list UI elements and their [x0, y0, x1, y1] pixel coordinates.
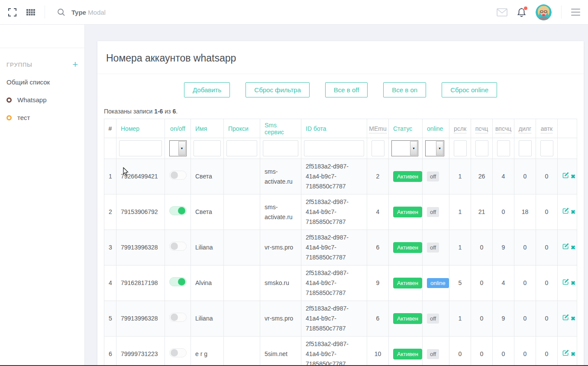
onoff-toggle[interactable]	[169, 171, 187, 180]
onoff-toggle[interactable]	[169, 206, 187, 215]
vpschc-value: 4	[493, 159, 514, 194]
table-row: 5 79913996328 Liliana vr-sms.pro 2f5183a…	[104, 301, 577, 337]
name-filter-input[interactable]	[194, 140, 221, 156]
bot-id: 2f5183a2-d987-41a4-b9c7-7185850c7787	[301, 266, 367, 301]
memu-value: 4	[367, 194, 389, 230]
proxy-value	[224, 301, 260, 337]
all-off-button[interactable]: Все в off	[325, 82, 368, 97]
memu-filter-input[interactable]	[372, 140, 384, 156]
delete-icon[interactable]: ✖	[571, 351, 575, 357]
bot-id: 2f5183a2-d987-41a4-b9c7-7185850c7787	[301, 159, 367, 194]
col-header-actions	[558, 119, 577, 138]
onoff-filter-select[interactable]: ▼	[169, 140, 187, 156]
onoff-toggle[interactable]	[169, 277, 187, 286]
pschc-filter-input[interactable]	[475, 140, 488, 156]
search-placeholder: Type Modal	[71, 9, 106, 16]
add-group-button[interactable]: +	[72, 61, 78, 68]
account-number: 79999731223	[116, 337, 165, 366]
edit-icon[interactable]	[562, 207, 569, 217]
sidebar-item-whatsapp[interactable]: Whatsapp	[0, 96, 84, 104]
edit-icon[interactable]	[562, 243, 569, 253]
dilg-value: 18	[514, 194, 536, 230]
apps-grid-icon[interactable]	[26, 9, 35, 16]
bot-id: 2f5183a2-d987-41a4-b9c7-7185850c7787	[301, 230, 367, 266]
col-header-vpschc: впсчц	[493, 119, 514, 138]
sidebar-item-test[interactable]: тест	[0, 114, 84, 121]
account-name: Света	[191, 194, 224, 230]
global-search[interactable]: Type Modal	[57, 8, 106, 16]
col-header-number[interactable]: Номер	[116, 119, 165, 138]
delete-icon[interactable]: ✖	[571, 173, 575, 180]
sms-service: vr-sms.pro	[260, 301, 301, 337]
onoff-toggle[interactable]	[169, 313, 187, 322]
rslk-filter-input[interactable]	[454, 140, 467, 156]
sms-service: smsko.ru	[260, 266, 301, 301]
col-header-proxy[interactable]: Прокси	[224, 119, 260, 138]
online-filter-select[interactable]: ▼	[425, 140, 444, 156]
col-header-name[interactable]: Имя	[191, 119, 224, 138]
all-on-button[interactable]: Все в on	[383, 82, 426, 97]
onoff-toggle[interactable]	[169, 348, 187, 357]
edit-icon[interactable]	[562, 172, 569, 182]
col-header-online[interactable]: online	[423, 119, 449, 138]
account-name: Liliana	[191, 230, 224, 266]
proxy-value	[224, 337, 260, 366]
row-index: 3	[104, 230, 116, 266]
status-filter-select[interactable]: ▼	[391, 140, 418, 156]
onoff-toggle[interactable]	[169, 242, 187, 251]
account-number: 79266499421	[116, 159, 165, 194]
add-button[interactable]: Добавить	[184, 82, 230, 97]
menu-icon[interactable]	[571, 9, 580, 16]
pschc-value: 21	[471, 194, 493, 230]
col-header-dilg: дилг	[514, 119, 536, 138]
sms-service-filter-input[interactable]	[263, 140, 298, 156]
delete-icon[interactable]: ✖	[571, 280, 575, 286]
delete-icon[interactable]: ✖	[571, 315, 575, 322]
chevron-down-icon: ▼	[436, 141, 443, 155]
bell-icon[interactable]	[517, 7, 526, 17]
row-index: 5	[104, 301, 116, 337]
proxy-filter-input[interactable]	[226, 140, 257, 156]
all-list-label: Общий список	[6, 78, 50, 86]
avtk-value: 0	[536, 301, 558, 337]
vpschc-filter-input[interactable]	[497, 140, 510, 156]
reset-filter-button[interactable]: Сброс фильтра	[246, 82, 309, 97]
filter-row: ▼ ▼ ▼	[104, 138, 577, 159]
edit-icon[interactable]	[562, 349, 569, 360]
col-header-status[interactable]: Статус	[389, 119, 423, 138]
edit-icon[interactable]	[562, 278, 569, 288]
dilg-value: 0	[514, 301, 536, 337]
col-header-bot-id[interactable]: ID бота	[301, 119, 367, 138]
online-badge: off	[427, 349, 439, 359]
vpschc-value: 0	[493, 194, 514, 230]
reset-online-button[interactable]: Сброс online	[442, 82, 497, 97]
avatar[interactable]	[536, 4, 552, 20]
records-summary: Показаны записи 1-6 из 6.	[104, 108, 577, 115]
row-index: 1	[104, 159, 116, 194]
online-badge: off	[427, 243, 439, 253]
memu-value: 9	[367, 266, 389, 301]
avtk-filter-input[interactable]	[540, 140, 553, 156]
delete-icon[interactable]: ✖	[571, 209, 575, 215]
number-filter-input[interactable]	[119, 140, 162, 156]
fullscreen-icon[interactable]	[8, 8, 17, 17]
memu-value: 10	[367, 337, 389, 366]
col-header-onoff[interactable]: on/off	[165, 119, 191, 138]
delete-icon[interactable]: ✖	[571, 244, 575, 251]
table-row: 4 79162817198 Alvina smsko.ru 2f5183a2-d…	[104, 266, 577, 301]
col-header-sms-service[interactable]: Sms сервис	[260, 119, 301, 138]
sidebar-item-all-list[interactable]: Общий список	[0, 78, 84, 86]
proxy-value	[224, 159, 260, 194]
toggle-knob	[171, 243, 178, 250]
mail-icon[interactable]	[497, 8, 507, 16]
dilg-filter-input[interactable]	[519, 140, 532, 156]
edit-icon[interactable]	[562, 314, 569, 324]
bot-id-filter-input[interactable]	[304, 140, 364, 156]
online-badge: off	[427, 314, 439, 324]
page-title: Номера аккаунтов whatsapp	[97, 41, 584, 74]
sidebar-divider	[0, 48, 84, 48]
table-header-row: # Номер on/off Имя Прокси Sms сервис ID …	[104, 119, 577, 138]
account-name: Света	[191, 159, 224, 194]
col-header-memu: MEmu	[367, 119, 389, 138]
table-row: 2 79153906792 Света sms-activate.ru 2f51…	[104, 194, 577, 230]
